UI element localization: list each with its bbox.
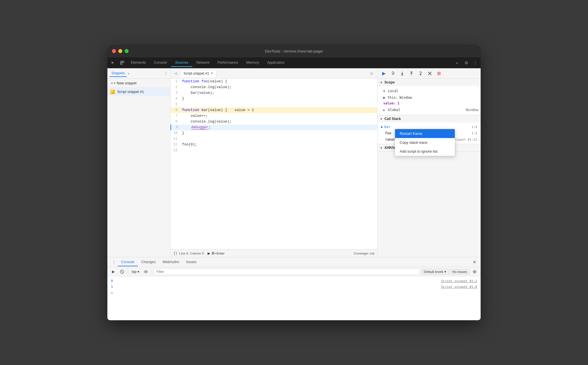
global-header[interactable]: ▶ Global Window [378, 106, 481, 114]
tab-performance[interactable]: Performance [214, 59, 242, 67]
code-line-3: 3 bar(value); [171, 90, 377, 96]
bottom-tab-changes[interactable]: Changes [138, 258, 159, 266]
code-line-9: 9 debugger; [171, 125, 377, 130]
inspect-icon[interactable] [118, 58, 127, 67]
pause-btn[interactable] [435, 69, 443, 77]
traffic-lights [112, 49, 129, 53]
context-menu-restart-frame[interactable]: Restart frame [395, 129, 455, 138]
context-menu-copy-stack[interactable]: Copy stack trace [395, 138, 455, 147]
editor-tabs: ◁ Script snippet #1 ✕ ▷ [171, 68, 377, 79]
more-tabs-icon[interactable]: » [453, 59, 461, 67]
step-out-btn[interactable] [407, 69, 415, 77]
console-line-0: 0 Script snippet #1:2 [107, 278, 481, 284]
top-dropdown[interactable]: top ▾ [130, 269, 141, 274]
cursor-position: Line 9, Column 5 [179, 252, 204, 255]
snippets-tab[interactable]: Snippets [110, 70, 127, 77]
code-line-11: 11 [171, 136, 377, 142]
callstack-arrow-icon: ▶ [381, 125, 383, 129]
right-panel-content: ▼ Scope ▼ Local ▶ this: Window [378, 79, 481, 257]
sidebar-chevron-icon[interactable]: » [128, 72, 129, 75]
bottom-panel: ⋮ Console Changes WebAuthn Issues ✕ ▶ to… [107, 257, 481, 320]
editor-tab-close-icon[interactable]: ✕ [211, 71, 213, 75]
deactivate-btn[interactable] [426, 69, 434, 77]
snippet-item[interactable]: Script snippet #1 [107, 88, 170, 96]
console-source-1[interactable]: Script snippet #1:8 [441, 285, 477, 289]
svg-line-15 [121, 271, 123, 273]
run-snippet-icon[interactable]: ▷ [368, 69, 376, 77]
scope-body: ▼ Local ▶ this: Window value: 1 ▶ [378, 86, 481, 115]
tab-elements[interactable]: Elements [127, 59, 150, 67]
right-panel: ▶ [377, 68, 481, 257]
call-stack-section: ▼ Call Stack ▶bar 1:9 foo 1:3 ( [378, 115, 481, 144]
svg-rect-13 [439, 72, 440, 75]
callstack-foo-label: foo [385, 131, 391, 135]
tab-console[interactable]: Console [150, 59, 171, 67]
local-triangle-icon: ▼ [383, 90, 385, 93]
code-editor[interactable]: 1 function foo(value) { 2 console.log(va… [171, 79, 377, 249]
close-button[interactable] [112, 49, 116, 53]
console-source-0[interactable]: Script snippet #1:2 [441, 279, 477, 283]
code-line-1: 1 function foo(value) { [171, 79, 377, 84]
step-over-btn[interactable] [389, 69, 397, 77]
step-btn[interactable] [417, 69, 425, 77]
svg-rect-2 [121, 63, 122, 65]
console-settings-icon[interactable] [471, 268, 478, 275]
scope-triangle-icon: ▼ [380, 81, 383, 84]
settings-icon[interactable]: ⚙ [462, 59, 470, 67]
execute-icon[interactable]: ▶ [110, 268, 117, 275]
tab-network[interactable]: Network [192, 59, 214, 67]
more-options-icon[interactable]: ⋮ [471, 59, 479, 67]
debug-toolbar: ▶ [378, 68, 481, 79]
coverage-text: Coverage: n/a [354, 252, 374, 255]
svg-point-18 [474, 271, 475, 272]
tab-memory[interactable]: Memory [242, 59, 263, 67]
svg-point-17 [145, 271, 146, 272]
snippet-file-icon [110, 90, 115, 94]
bottom-close-icon[interactable]: ✕ [470, 258, 478, 266]
default-levels-button[interactable]: Default levels ▾ [421, 269, 449, 275]
code-line-12: 12 foo(0); [171, 142, 377, 147]
sidebar-more-icon[interactable]: ⋮ [164, 71, 168, 76]
run-button[interactable]: ▶ ⌘+Enter [208, 251, 225, 255]
format-icon[interactable]: {} [173, 251, 177, 255]
maximize-button[interactable] [125, 49, 129, 53]
sidebar-header: Snippets » ⋮ [107, 68, 170, 79]
bottom-tab-issues[interactable]: Issues [183, 258, 200, 266]
bottom-more-icon[interactable]: ⋮ [110, 258, 118, 266]
minimize-button[interactable] [118, 49, 122, 53]
top-label: top [132, 270, 137, 274]
prompt-symbol: > [111, 291, 113, 295]
context-menu-add-to-ignore[interactable]: Add script to ignore list [395, 147, 455, 156]
tab-sources[interactable]: Sources [171, 59, 192, 67]
step-into-btn[interactable] [398, 69, 406, 77]
bottom-tab-webauthn[interactable]: WebAuthn [159, 258, 183, 266]
callstack-foo-loc: 1:3 [471, 131, 477, 135]
editor-tab-snippet[interactable]: Script snippet #1 ✕ [180, 70, 216, 77]
code-line-4: 4 } [171, 96, 377, 102]
call-stack-header[interactable]: ▼ Call Stack [378, 115, 481, 123]
local-header[interactable]: ▼ Local [378, 87, 481, 95]
xhr-triangle-icon: ▼ [380, 146, 383, 150]
cursor-icon[interactable] [109, 58, 118, 67]
no-issues-button[interactable]: No Issues [450, 269, 470, 274]
console-value-0: 0 [111, 279, 122, 283]
nav-back-icon[interactable]: ◁ [172, 69, 180, 77]
code-line-7: 7 value++; [171, 113, 377, 119]
tab-application[interactable]: Application [263, 59, 289, 67]
resume-btn[interactable]: ▶ [380, 69, 388, 77]
scope-header[interactable]: ▼ Scope [378, 79, 481, 86]
clear-console-icon[interactable] [118, 268, 126, 275]
filter-input[interactable] [154, 269, 420, 275]
sidebar: Snippets » ⋮ + + New snippet Script snip… [107, 68, 171, 257]
bottom-tab-console[interactable]: Console [118, 258, 138, 266]
snippet-item-label: Script snippet #1 [117, 90, 144, 94]
default-levels-label: Default levels [424, 270, 444, 273]
console-prompt[interactable]: > [107, 290, 481, 296]
code-line-2: 2 console.log(value); [171, 84, 377, 90]
editor-tab-label: Script snippet #1 [183, 71, 209, 75]
svg-rect-12 [438, 72, 439, 75]
new-snippet-button[interactable]: + + New snippet [107, 79, 170, 88]
editor-status-bar: {} Line 9, Column 5 ▶ ⌘+Enter Coverage: … [171, 249, 377, 257]
scope-section: ▼ Scope ▼ Local ▶ this: Window [378, 79, 481, 115]
eye-icon[interactable] [142, 268, 150, 275]
